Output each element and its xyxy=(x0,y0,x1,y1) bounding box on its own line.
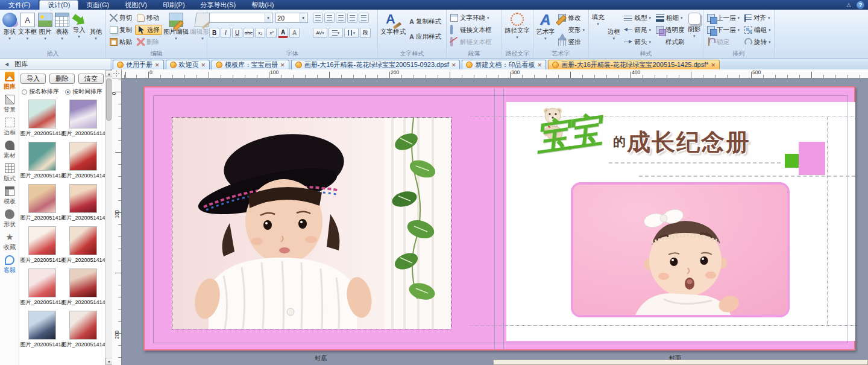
send-backward-button[interactable]: 下一层▾ xyxy=(705,25,741,35)
align-right-button[interactable] xyxy=(336,13,346,23)
thumbnail-item[interactable]: 图片_2020051414 xyxy=(22,141,63,183)
sort-by-time-radio[interactable]: 按时间排序 xyxy=(65,87,102,96)
bold-button[interactable]: B xyxy=(209,28,219,38)
nav-layout[interactable]: 版式 xyxy=(0,162,19,185)
thumbnail-image[interactable] xyxy=(69,226,97,255)
text-style-button[interactable]: A 文字样式 xyxy=(380,11,406,50)
menu-tab-design[interactable]: 设计(D) xyxy=(39,0,78,10)
align-left-button[interactable] xyxy=(313,13,323,23)
arrow-head-button[interactable]: 箭头▾ xyxy=(622,37,653,47)
thumbnail-image[interactable] xyxy=(28,268,56,297)
close-icon[interactable]: ✕ xyxy=(451,62,456,68)
align-center-button[interactable] xyxy=(324,13,335,23)
close-icon[interactable]: ✕ xyxy=(537,62,542,68)
insert-shape-button[interactable]: 形状▾ xyxy=(2,11,17,50)
doc-tab-new-doc[interactable]: 新建文档：印品看板✕ xyxy=(462,60,546,69)
cover-title-main[interactable]: 成长纪念册 xyxy=(627,126,750,159)
thumbnail-image[interactable] xyxy=(69,268,97,297)
close-icon[interactable]: ✕ xyxy=(155,62,160,68)
thumbnail-image[interactable] xyxy=(69,184,97,213)
back-cover-photo[interactable] xyxy=(172,118,451,329)
thumbnail-image[interactable] xyxy=(69,142,97,171)
thumbnail-item[interactable]: 图片_2020051414 xyxy=(63,267,104,309)
paste-button[interactable]: 粘贴 xyxy=(108,37,134,47)
thumbnail-image[interactable] xyxy=(28,184,56,213)
align-objects-button[interactable]: 对齐▾ xyxy=(743,13,773,23)
thumbnail-image[interactable] xyxy=(28,100,56,129)
delete-button[interactable]: 删除 xyxy=(135,37,162,47)
apply-style-button[interactable]: A应用样式 xyxy=(407,31,443,42)
green-accent-square[interactable] xyxy=(785,154,799,168)
bring-forward-button[interactable]: 上一层▾ xyxy=(705,13,741,23)
insert-table-button[interactable]: 表格▾ xyxy=(54,11,70,50)
thumbnail-image[interactable] xyxy=(28,142,56,171)
thumbnail-item[interactable]: 图片_2020051414 xyxy=(63,309,104,352)
font-family-select[interactable]: ▾ xyxy=(209,13,273,23)
thumbnail-image[interactable] xyxy=(69,100,97,129)
delete-button-gallery[interactable]: 删除 xyxy=(49,74,75,84)
collapse-panel-icon[interactable]: ◀ xyxy=(2,62,11,67)
menu-file[interactable]: 文件(F) xyxy=(0,0,39,10)
pink-accent-square[interactable] xyxy=(799,142,825,175)
subscript-button[interactable]: x₂ xyxy=(255,28,265,38)
nav-border[interactable]: 边框 xyxy=(0,116,19,139)
font-color-button[interactable]: A xyxy=(278,28,288,38)
thumbnail-image[interactable] xyxy=(69,311,97,340)
unlink-textbox-button[interactable]: 解链文本框 xyxy=(448,37,494,47)
menu-tab-help[interactable]: 帮助(H) xyxy=(244,0,281,10)
wordart-warp-button[interactable]: 变形▾ xyxy=(556,25,587,35)
font-size-select[interactable]: 20▾ xyxy=(275,13,308,23)
link-textbox-button[interactable]: 链接文本框 xyxy=(448,25,494,35)
help-icon[interactable]: ? xyxy=(857,1,864,9)
line-type-button[interactable]: 线型▾ xyxy=(622,13,653,23)
picture-edit-button[interactable]: 图片编辑▾ xyxy=(163,11,189,50)
rotate-button[interactable]: 旋转▾ xyxy=(743,37,773,47)
doc-tab-manual[interactable]: 使用手册✕ xyxy=(113,60,164,69)
album-spread[interactable]: 宝宝 的 成长纪念册 xyxy=(143,86,855,351)
insert-picture-button[interactable]: 图片▾ xyxy=(37,11,53,50)
move-button[interactable]: 移动 xyxy=(135,13,162,23)
weight-button[interactable]: 粗细▾ xyxy=(654,13,687,23)
insert-textbox-button[interactable]: A文本框▾ xyxy=(19,11,36,50)
wordart-modify-button[interactable]: 修改 xyxy=(556,13,587,23)
cut-button[interactable]: 剪切 xyxy=(108,13,134,23)
arrow-tail-button[interactable]: 箭尾▾ xyxy=(622,25,653,35)
design-canvas[interactable]: 宝宝 的 成长纪念册 xyxy=(122,78,868,365)
shadow-button[interactable]: 阴影▾ xyxy=(687,11,701,50)
distribute-button[interactable] xyxy=(359,13,369,23)
close-icon[interactable]: ✕ xyxy=(711,62,716,68)
front-cover-photo[interactable] xyxy=(571,182,790,317)
nav-support[interactable]: 客服 xyxy=(0,253,19,276)
opacity-button[interactable]: 透明度 xyxy=(654,25,687,35)
thumbnail-item[interactable]: 图片_2020051414 xyxy=(22,98,63,141)
thumbnail-item[interactable]: 图片_2020051414 xyxy=(63,98,104,141)
underline-button[interactable]: U xyxy=(232,28,242,38)
insert-other-button[interactable]: 其他▾ xyxy=(88,11,104,50)
nav-template[interactable]: 模板 xyxy=(0,185,19,208)
insert-import-button[interactable]: 导入▾ xyxy=(71,11,87,50)
lock-button[interactable]: 锁定 xyxy=(705,37,741,47)
menu-tab-view[interactable]: 视图(V) xyxy=(117,0,155,10)
superscript-button[interactable]: x² xyxy=(266,28,277,38)
menu-tab-page[interactable]: 页面(G) xyxy=(78,0,117,10)
doc-tab-template-lib[interactable]: 模板库：宝宝画册✕ xyxy=(212,60,289,69)
nav-background[interactable]: 背景 xyxy=(0,93,19,116)
thumbnail-item[interactable]: 图片_2020051414 xyxy=(22,309,63,352)
text-wrap-button[interactable]: 文字环绕▾ xyxy=(448,13,494,23)
paragraph-dialog-button[interactable]: 段 xyxy=(360,28,371,38)
border-button[interactable]: 边框▾ xyxy=(606,11,621,50)
doc-tab-welcome[interactable]: 欢迎页✕ xyxy=(166,60,210,69)
nav-favorites[interactable]: ★收藏 xyxy=(0,230,19,253)
italic-button[interactable]: I xyxy=(221,28,231,38)
close-icon[interactable]: ✕ xyxy=(280,62,285,68)
line-spacing-button[interactable]: ▾ xyxy=(329,28,343,38)
path-text-button[interactable]: 路径文字 ▾ xyxy=(504,11,530,50)
clear-button[interactable]: 清空 xyxy=(78,74,104,84)
horizontal-scrollbar[interactable] xyxy=(493,360,868,365)
import-button[interactable]: 导入 xyxy=(20,74,46,84)
highlight-color-button[interactable]: A xyxy=(289,28,300,38)
cover-title-particle[interactable]: 的 xyxy=(613,133,626,150)
copy-button[interactable]: 复制 xyxy=(108,25,134,35)
nav-gallery[interactable]: 图库 xyxy=(0,70,19,93)
strikethrough-button[interactable]: abe xyxy=(244,28,254,38)
